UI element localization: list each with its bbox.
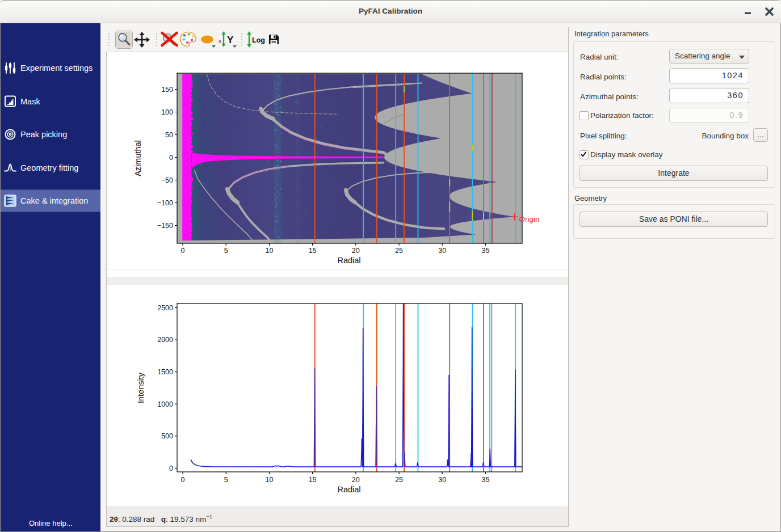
- svg-text:Y: Y: [227, 35, 234, 45]
- svg-text:0: 0: [219, 39, 221, 44]
- svg-text:Mask: Mask: [20, 97, 40, 106]
- svg-text:Experiment settings: Experiment settings: [20, 64, 93, 73]
- svg-text:Peak picking: Peak picking: [20, 130, 67, 139]
- svg-text:Cake & integration: Cake & integration: [20, 196, 88, 205]
- svg-text:Log: Log: [252, 36, 265, 44]
- svg-text:Geometry fitting: Geometry fitting: [20, 163, 78, 172]
- svg-text:Online help...: Online help...: [29, 519, 73, 527]
